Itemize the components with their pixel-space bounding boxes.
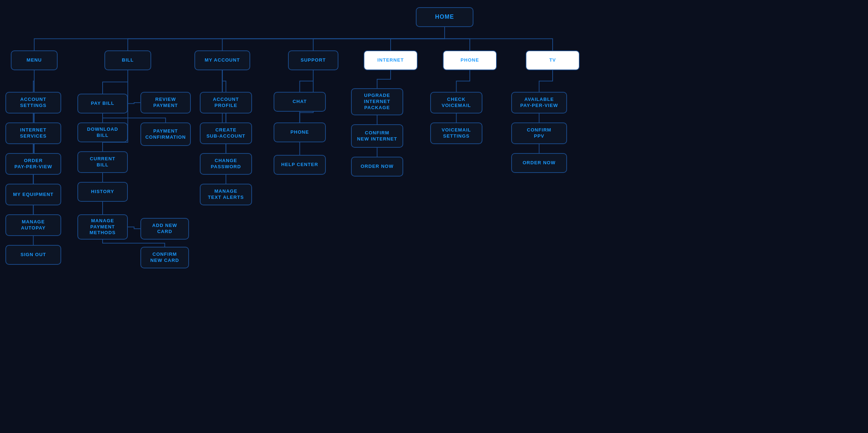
node-chat[interactable]: CHAT: [274, 92, 326, 112]
node-home[interactable]: HOME: [416, 7, 473, 27]
node-manage_autopay[interactable]: MANAGE AUTOPAY: [5, 214, 61, 236]
node-phone[interactable]: PHONE: [443, 50, 497, 70]
node-upgrade_internet[interactable]: UPGRADE INTERNET PACKAGE: [351, 88, 403, 115]
node-order_now_internet[interactable]: ORDER NOW: [351, 157, 403, 177]
node-account_settings[interactable]: ACCOUNT SETTINGS: [5, 92, 61, 113]
node-internet[interactable]: INTERNET: [364, 50, 418, 70]
node-available_ppv[interactable]: AVAILABLE PAY-PER-VIEW: [511, 92, 567, 113]
node-change_password[interactable]: CHANGE PASSWORD: [200, 153, 252, 175]
node-review_payment[interactable]: REVIEW PAYMENT: [140, 92, 191, 113]
node-sign_out[interactable]: SIGN OUT: [5, 245, 61, 265]
node-account_profile[interactable]: ACCOUNT PROFILE: [200, 92, 252, 113]
node-history[interactable]: HISTORY: [77, 182, 128, 202]
node-support[interactable]: SUPPORT: [288, 50, 338, 70]
node-bill[interactable]: BILL: [104, 50, 151, 70]
node-add_new_card[interactable]: ADD NEW CARD: [140, 218, 189, 240]
node-voicemail_settings[interactable]: VOICEMAIL SETTINGS: [430, 122, 482, 144]
node-download_bill[interactable]: DOWNLOAD BILL: [77, 122, 128, 142]
node-create_subaccount[interactable]: CREATE SUB-ACCOUNT: [200, 122, 252, 144]
node-internet_services[interactable]: INTERNET SERVICES: [5, 122, 61, 144]
node-tv[interactable]: TV: [526, 50, 580, 70]
node-order_now_tv[interactable]: ORDER NOW: [511, 153, 567, 173]
node-order_ppv[interactable]: ORDER PAY-PER-VIEW: [5, 153, 61, 175]
node-pay_bill[interactable]: PAY BILL: [77, 94, 128, 113]
node-current_bill[interactable]: CURRENT BILL: [77, 151, 128, 173]
node-phone_support[interactable]: PHONE: [274, 122, 326, 142]
node-manage_text_alerts[interactable]: MANAGE TEXT ALERTS: [200, 184, 252, 205]
node-menu[interactable]: MENU: [11, 50, 58, 70]
chart-container: HOMEMENUBILLMY ACCOUNTSUPPORTINTERNETPHO…: [0, 0, 868, 433]
node-confirm_new_internet[interactable]: CONFIRM NEW INTERNET: [351, 124, 403, 148]
node-confirm_ppv[interactable]: CONFIRM PPV: [511, 122, 567, 144]
node-my_equipment[interactable]: MY EQUIPMENT: [5, 184, 61, 205]
node-manage_payment_methods[interactable]: MANAGE PAYMENT METHODS: [77, 214, 128, 240]
node-myaccount[interactable]: MY ACCOUNT: [194, 50, 250, 70]
node-help_center[interactable]: HELP CENTER: [274, 155, 326, 175]
node-confirm_new_card[interactable]: CONFIRM NEW CARD: [140, 247, 189, 268]
node-check_voicemail[interactable]: CHECK VOICEMAIL: [430, 92, 482, 113]
node-payment_confirmation[interactable]: PAYMENT CONFIRMATION: [140, 122, 191, 146]
